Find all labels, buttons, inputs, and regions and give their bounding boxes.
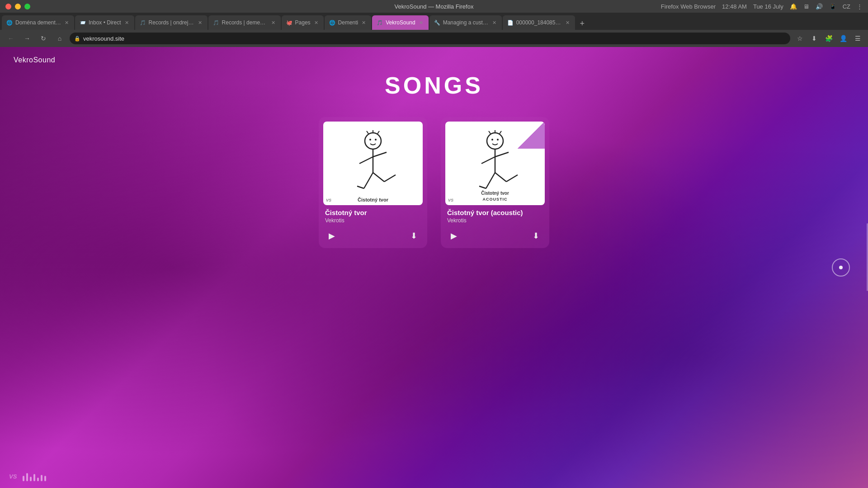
address-text: vekrosound.site [83, 35, 124, 42]
address-bar[interactable]: 🔒 vekrosound.site [70, 33, 790, 44]
forward-button[interactable]: → [21, 32, 33, 45]
tab-inbox[interactable]: 📨 Inbox • Direct ✕ [75, 15, 134, 30]
card-image-2: Čistotný tvorACOUSTIC VS [445, 122, 545, 205]
audio-bar-4 [33, 474, 35, 481]
song-card-1[interactable]: Čistotný tvor VS Čistotný tvor Vekrotis … [319, 117, 427, 248]
title-bar-right: Firefox Web Browser 12:48 AM Tue 16 July… [661, 3, 863, 10]
tab-close-8[interactable]: ✕ [491, 19, 497, 27]
browser-window: VekroSound — Mozilla Firefox Firefox Web… [0, 0, 868, 488]
menu-burger-icon[interactable]: ☰ [852, 33, 863, 44]
audio-bar-7 [44, 476, 46, 481]
tab-vekrosound[interactable]: 🎵 VekroSound ✕ [372, 15, 428, 30]
svg-line-18 [500, 131, 501, 134]
tab-label-1: Doména dementi.fun [15, 19, 61, 26]
bookmark-star-icon[interactable]: ☆ [794, 33, 806, 44]
svg-line-9 [364, 173, 373, 188]
svg-line-12 [384, 175, 396, 182]
reload-button[interactable]: ↻ [37, 32, 50, 45]
maximize-button[interactable] [24, 4, 30, 9]
svg-line-10 [357, 186, 364, 188]
tab-favicon-9: 📄 [507, 20, 514, 26]
card-actions-2: ▶ ⬇ [445, 225, 545, 244]
tab-dementi[interactable]: 🌐 Dementi ✕ [325, 15, 372, 30]
volume-icon[interactable]: 🔊 [816, 3, 823, 10]
title-bar: VekroSound — Mozilla Firefox Firefox Web… [0, 0, 868, 13]
card-label-1: Čistotný tvor [323, 194, 423, 205]
window-controls [5, 4, 30, 9]
clock: 12:48 AM [722, 3, 747, 10]
svg-line-22 [486, 173, 495, 188]
tab-managing[interactable]: 🔧 Managing a custom d... ✕ [429, 15, 502, 30]
download-button-2[interactable]: ⬇ [529, 229, 543, 243]
stick-figure-1-svg [332, 127, 414, 200]
device-icon: 📱 [829, 3, 836, 10]
svg-line-11 [373, 173, 384, 182]
tab-domains[interactable]: 🌐 Doména dementi.fun ✕ [2, 15, 74, 30]
bottom-audio-bars [23, 472, 46, 481]
close-button[interactable] [5, 4, 11, 9]
tab-label-8: Managing a custom d... [443, 19, 489, 26]
tab-close-4[interactable]: ✕ [270, 19, 276, 27]
toolbar: ← → ↻ ⌂ 🔒 vekrosound.site ☆ ⬇ 🧩 👤 ☰ [0, 30, 868, 47]
song-artist-2: Vekrotis [447, 217, 543, 224]
floating-circle-button[interactable] [832, 258, 850, 277]
svg-point-14 [491, 139, 493, 141]
card-info-1: Čistotný tvor Vekrotis [323, 205, 423, 225]
svg-line-5 [377, 131, 379, 134]
tab-close-5[interactable]: ✕ [313, 19, 319, 27]
tab-close-6[interactable]: ✕ [361, 19, 367, 27]
svg-line-7 [359, 157, 373, 164]
card-label-2: Čistotný tvorACOUSTIC [445, 188, 545, 205]
play-button-1[interactable]: ▶ [325, 229, 339, 243]
extensions-icon[interactable]: 🧩 [823, 33, 835, 44]
card-image-1: Čistotný tvor VS [323, 122, 423, 205]
tab-records1[interactable]: 🎵 Records | ondrejbera... ✕ [135, 15, 208, 30]
card-vs-1: VS [326, 198, 331, 202]
svg-line-24 [495, 173, 506, 182]
locale-display: CZ [843, 3, 850, 10]
svg-point-2 [375, 139, 377, 141]
tab-label-7: VekroSound [386, 19, 415, 26]
svg-line-20 [481, 157, 495, 164]
menu-icon[interactable]: ⋮ [857, 3, 863, 10]
site-brand[interactable]: VekroSound [14, 56, 55, 64]
tab-pages[interactable]: 🐙 Pages ✕ [282, 15, 324, 30]
svg-line-25 [506, 175, 518, 182]
card-vs-2: VS [448, 198, 453, 202]
tab-records2[interactable]: 🎵 Records | dementi.fun ✕ [208, 15, 281, 30]
notification-icon[interactable]: 🔔 [790, 3, 797, 10]
minimize-button[interactable] [15, 4, 21, 9]
tab-close-2[interactable]: ✕ [124, 19, 130, 27]
tab-label-9: 000000_184085462_kd... [516, 19, 562, 26]
audio-bar-5 [37, 478, 39, 481]
tab-file[interactable]: 📄 000000_184085462_kd... ✕ [503, 15, 575, 30]
tab-label-2: Inbox • Direct [89, 19, 121, 26]
tab-close-3[interactable]: ✕ [197, 19, 203, 27]
tab-favicon-8: 🔧 [434, 20, 440, 26]
tab-close-7[interactable]: ✕ [418, 19, 424, 27]
download-button-1[interactable]: ⬇ [407, 229, 421, 243]
song-artist-1: Vekrotis [325, 217, 421, 224]
card-badge-2 [518, 122, 545, 149]
song-card-2[interactable]: Čistotný tvorACOUSTIC VS Čistotný tvor (… [441, 117, 549, 248]
new-tab-button[interactable]: + [576, 17, 589, 30]
back-button[interactable]: ← [5, 32, 17, 45]
svg-line-17 [489, 131, 491, 134]
svg-line-21 [495, 152, 509, 157]
play-button-2[interactable]: ▶ [447, 229, 461, 243]
svg-point-0 [365, 133, 381, 149]
svg-point-13 [487, 133, 503, 149]
tab-close-9[interactable]: ✕ [565, 19, 571, 27]
tab-label-4: Records | dementi.fun [222, 19, 268, 26]
home-button[interactable]: ⌂ [53, 32, 66, 45]
scrollbar-track[interactable] [864, 47, 868, 488]
download-toolbar-icon[interactable]: ⬇ [808, 33, 820, 44]
audio-bar-6 [41, 475, 42, 481]
profile-icon[interactable]: 👤 [837, 33, 849, 44]
tab-close-1[interactable]: ✕ [64, 19, 70, 27]
tab-label-3: Records | ondrejbera... [149, 19, 194, 26]
audio-bar-1 [23, 476, 24, 481]
svg-line-8 [373, 152, 387, 157]
tab-label-6: Dementi [338, 19, 359, 26]
songs-container: Čistotný tvor VS Čistotný tvor Vekrotis … [319, 117, 549, 248]
